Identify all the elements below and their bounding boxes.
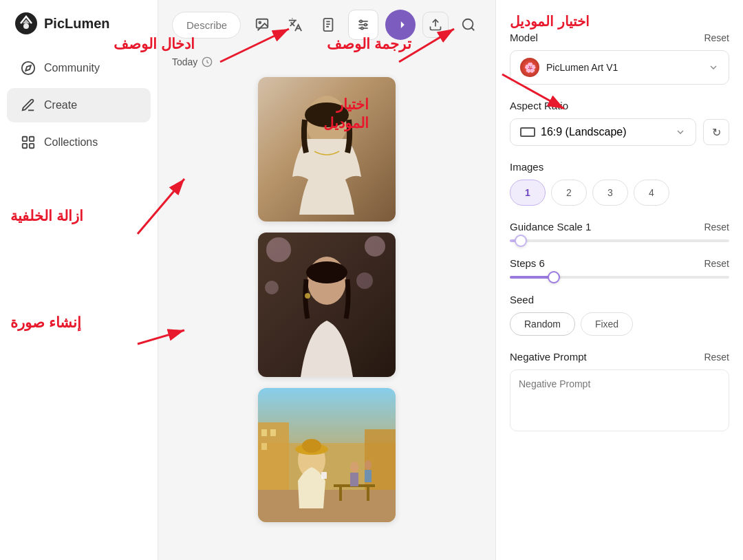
- svg-rect-3: [23, 137, 27, 141]
- svg-point-17: [463, 19, 473, 30]
- svg-point-1: [23, 23, 29, 29]
- svg-point-13: [360, 20, 362, 22]
- negative-prompt-input[interactable]: [510, 369, 729, 431]
- images-label: Images: [510, 161, 543, 173]
- seed-random-btn[interactable]: Random: [510, 312, 575, 336]
- sidebar: PicLumen Community Create: [0, 0, 158, 560]
- document-icon-btn[interactable]: [315, 12, 341, 38]
- guidance-slider-wrap: [510, 239, 729, 242]
- steps-slider-thumb[interactable]: [548, 271, 560, 283]
- guidance-label: Guidance Scale 1: [510, 221, 591, 233]
- sidebar-item-community[interactable]: Community: [7, 51, 151, 85]
- edit-icon: [21, 98, 36, 113]
- aspect-header-row: Aspect Ratio: [510, 100, 729, 111]
- model-header-row: Model Reset: [510, 32, 729, 43]
- image-upload-icon-btn[interactable]: [249, 12, 275, 38]
- sidebar-item-create[interactable]: Create: [7, 88, 151, 122]
- gallery-image-3[interactable]: [258, 388, 396, 522]
- images-count-2[interactable]: 2: [551, 180, 587, 206]
- topbar: [158, 0, 495, 50]
- gallery-image-2[interactable]: [258, 233, 396, 377]
- steps-label: Steps 6: [510, 257, 545, 269]
- right-panel: اختيار الموديل Model Reset 🌸 PicLumen Ar…: [495, 0, 743, 560]
- images-count-1[interactable]: 1: [510, 180, 546, 206]
- guidance-section: Guidance Scale 1 Reset: [510, 221, 729, 242]
- svg-rect-35: [270, 429, 276, 436]
- aspect-label: Aspect Ratio: [510, 100, 568, 111]
- svg-point-23: [266, 237, 291, 262]
- sidebar-label-collections: Collections: [44, 136, 98, 149]
- seed-header-row: Seed: [510, 294, 729, 305]
- model-reset-btn[interactable]: Reset: [704, 32, 729, 43]
- seed-buttons: Random Fixed: [510, 312, 729, 336]
- images-count: 1 2 3 4: [510, 180, 729, 206]
- guidance-slider-thumb[interactable]: [515, 235, 527, 247]
- upload-icon-btn[interactable]: [422, 12, 449, 38]
- svg-rect-4: [30, 137, 34, 141]
- guidance-slider-track: [510, 239, 729, 242]
- svg-rect-45: [321, 472, 327, 479]
- steps-slider-track: [510, 276, 729, 279]
- generate-btn[interactable]: [385, 10, 416, 40]
- svg-rect-38: [258, 490, 396, 522]
- gallery-area: Today: [158, 50, 495, 560]
- seed-fixed-btn[interactable]: Fixed: [581, 312, 633, 336]
- sidebar-item-collections[interactable]: Collections: [7, 125, 151, 160]
- logo-icon: [14, 11, 39, 36]
- aspect-dropdown-chevron: [675, 127, 686, 138]
- steps-slider-wrap: [510, 276, 729, 279]
- svg-point-15: [361, 27, 363, 29]
- topbar-icons: [249, 10, 482, 40]
- svg-point-25: [356, 272, 373, 289]
- app-name: PicLumen: [44, 16, 110, 32]
- images-header-row: Images: [510, 161, 729, 173]
- model-section: Model Reset 🌸 PicLumen Art V1: [510, 32, 729, 85]
- guidance-reset-btn[interactable]: Reset: [704, 222, 729, 233]
- svg-point-26: [265, 281, 279, 294]
- steps-section: Steps 6 Reset: [510, 257, 729, 279]
- translate-icon-btn[interactable]: [282, 12, 308, 38]
- search-input-wrap[interactable]: [172, 12, 241, 39]
- model-name: PicLumen Art V1: [546, 62, 618, 73]
- settings-icon-btn[interactable]: [348, 10, 378, 40]
- aspect-selector[interactable]: 16:9 (Landscape): [510, 118, 696, 146]
- main-content: Today: [158, 0, 495, 560]
- svg-point-29: [321, 291, 332, 298]
- model-dropdown-chevron: [708, 62, 719, 73]
- aspect-value: 16:9 (Landscape): [541, 126, 627, 138]
- svg-point-30: [305, 293, 310, 299]
- sidebar-label-create: Create: [44, 99, 77, 111]
- aspect-wrap: 16:9 (Landscape) ↻: [510, 118, 729, 146]
- gallery-images: [172, 77, 482, 522]
- negative-prompt-reset-btn[interactable]: Reset: [704, 352, 729, 363]
- images-count-3[interactable]: 3: [592, 180, 628, 206]
- search-icon-btn[interactable]: [455, 12, 482, 38]
- svg-point-2: [22, 62, 34, 74]
- aspect-icon: [520, 127, 535, 137]
- aspect-section: Aspect Ratio 16:9 (Landscape) ↻: [510, 100, 729, 146]
- svg-point-46: [350, 462, 358, 473]
- search-input[interactable]: [186, 19, 226, 31]
- svg-point-21: [305, 103, 349, 127]
- negative-prompt-section: Negative Prompt Reset: [510, 351, 729, 434]
- logo: PicLumen: [0, 11, 158, 50]
- seed-label: Seed: [510, 294, 534, 305]
- model-selector[interactable]: 🌸 PicLumen Art V1: [510, 50, 729, 85]
- sidebar-label-community: Community: [44, 62, 100, 74]
- svg-point-8: [259, 21, 261, 23]
- rotate-btn[interactable]: ↻: [703, 119, 729, 145]
- images-count-4[interactable]: 4: [634, 180, 669, 206]
- svg-point-24: [365, 236, 385, 257]
- negative-prompt-header-row: Negative Prompt Reset: [510, 351, 729, 363]
- steps-header-row: Steps 6 Reset: [510, 257, 729, 269]
- svg-point-28: [306, 261, 347, 283]
- seed-section: Seed Random Fixed: [510, 294, 729, 336]
- gallery-image-1[interactable]: [258, 77, 396, 222]
- gallery-date: Today: [172, 56, 482, 67]
- bookmark-icon: [21, 135, 36, 150]
- guidance-header-row: Guidance Scale 1 Reset: [510, 221, 729, 233]
- compass-icon: [21, 61, 36, 76]
- steps-reset-btn[interactable]: Reset: [704, 258, 729, 269]
- svg-rect-5: [23, 144, 27, 148]
- model-icon: 🌸: [520, 58, 539, 77]
